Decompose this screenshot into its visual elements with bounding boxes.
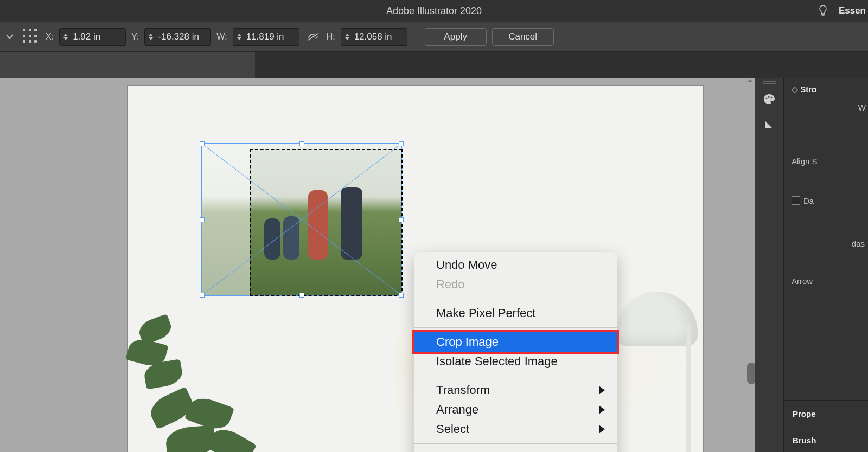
h-input[interactable] [353, 31, 407, 42]
work-area: Undo Move Redo Make Pixel Perfect Crop I… [0, 78, 868, 452]
decorative-plant [144, 384, 264, 452]
dashed-label: Da [803, 196, 814, 205]
handle-bottom-middle[interactable] [299, 293, 304, 298]
arrowheads-label: Arrow [784, 272, 868, 290]
menu-separator [414, 299, 617, 299]
menu-separator [414, 376, 617, 376]
handle-top-left[interactable] [200, 141, 205, 146]
submenu-arrow-icon [599, 425, 605, 434]
apply-button[interactable]: Apply [425, 28, 487, 46]
canvas[interactable] [0, 78, 755, 452]
stepper-down-icon[interactable] [149, 37, 153, 40]
menu-arrange[interactable]: Arrange [414, 400, 617, 419]
constrain-proportions-icon[interactable] [305, 29, 321, 45]
menu-undo[interactable]: Undo Move [414, 255, 617, 275]
selected-image-bounding-box[interactable] [201, 143, 402, 296]
color-guide-icon[interactable] [760, 114, 779, 134]
menu-crop-image[interactable]: Crop Image [412, 330, 619, 354]
handle-bottom-right[interactable] [399, 293, 404, 298]
x-input[interactable] [72, 31, 125, 42]
h-label: H: [327, 32, 335, 42]
menu-isolate-image[interactable]: Isolate Selected Image [414, 352, 617, 371]
menu-select[interactable]: Select [414, 419, 617, 439]
y-label: Y: [131, 32, 139, 42]
align-stroke-label: Align S [784, 152, 868, 170]
color-palette-icon[interactable] [760, 89, 779, 109]
document-tab-row [0, 52, 868, 78]
stepper-up-icon[interactable] [149, 34, 153, 36]
reference-point-selector[interactable] [22, 28, 40, 46]
svg-point-6 [768, 96, 769, 98]
properties-tab[interactable]: Prope [784, 400, 868, 427]
handle-bottom-left[interactable] [200, 293, 205, 298]
menu-select-label: Select [436, 422, 469, 437]
app-title: Adobe Illustrator 2020 [386, 5, 482, 17]
handle-middle-right[interactable] [399, 217, 404, 222]
menu-transform-label: Transform [436, 383, 490, 398]
svg-point-7 [770, 96, 772, 98]
context-menu: Undo Move Redo Make Pixel Perfect Crop I… [414, 252, 617, 452]
menu-transform[interactable]: Transform [414, 380, 617, 400]
panel-dock [755, 78, 783, 452]
stroke-weight-label: W [784, 99, 868, 117]
handle-top-right[interactable] [399, 141, 404, 146]
stepper-down-icon[interactable] [63, 37, 68, 40]
handle-top-middle[interactable] [299, 141, 304, 146]
discover-icon[interactable] [817, 5, 829, 17]
menu-arrange-label: Arrange [436, 402, 478, 417]
workspace-switcher[interactable]: Essen [839, 5, 866, 16]
x-field[interactable] [59, 28, 126, 46]
menu-separator [414, 443, 617, 444]
submenu-arrow-icon [599, 386, 605, 395]
dock-grip[interactable] [763, 81, 776, 84]
w-input[interactable] [245, 31, 299, 42]
title-bar: Adobe Illustrator 2020 Essen [0, 0, 868, 22]
brushes-tab[interactable]: Brush [784, 427, 868, 452]
document-tab[interactable] [0, 52, 255, 78]
menu-redo: Redo [414, 275, 617, 294]
dashed-line-checkbox[interactable]: Da [784, 192, 868, 210]
w-label: W: [216, 32, 227, 42]
y-field[interactable] [144, 28, 211, 46]
handle-middle-left[interactable] [200, 217, 205, 222]
h-field[interactable] [341, 28, 407, 46]
vertical-scrollbar-thumb[interactable] [747, 363, 755, 384]
menu-separator [414, 327, 617, 328]
stepper-down-icon[interactable] [237, 37, 241, 40]
dash-label: das [784, 235, 868, 253]
scroll-up-icon[interactable] [748, 79, 753, 82]
menu-add-to-library[interactable]: Add to Library [414, 448, 617, 452]
selection-diagonals [202, 144, 401, 295]
stroke-header[interactable]: Stro [800, 85, 816, 94]
control-menu-chevron-icon[interactable] [3, 29, 16, 44]
menu-pixel-perfect[interactable]: Make Pixel Perfect [414, 304, 617, 323]
stepper-up-icon[interactable] [237, 34, 241, 36]
w-field[interactable] [233, 28, 299, 46]
decorative-lamp [616, 292, 725, 452]
submenu-arrow-icon [599, 405, 605, 414]
y-input[interactable] [157, 31, 210, 42]
control-bar: X: Y: W: H: Apply Cancel [0, 22, 868, 52]
stepper-up-icon[interactable] [63, 34, 68, 36]
svg-point-5 [765, 97, 767, 99]
properties-panel: ◀◀ ◇ Stro W Align S Da das Arrow Prope B… [783, 78, 868, 452]
cancel-button[interactable]: Cancel [492, 28, 554, 46]
x-label: X: [46, 32, 54, 42]
stepper-up-icon[interactable] [345, 34, 349, 36]
stepper-down-icon[interactable] [345, 37, 349, 40]
